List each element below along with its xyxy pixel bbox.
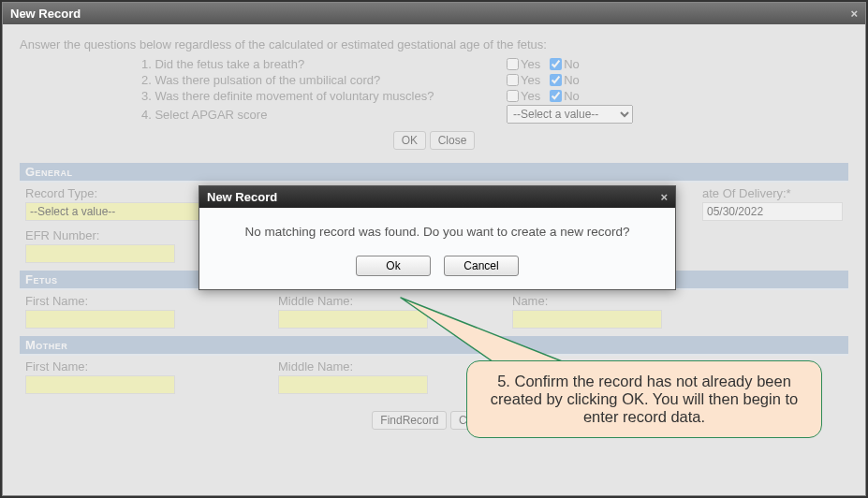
question-1-text: 1. Did the fetus take a breath? [141,57,507,71]
modal-button-row: Ok Cancel [228,256,647,276]
q2-no-option[interactable]: No [550,73,580,87]
q3-yes-option[interactable]: Yes [507,89,540,103]
record-type-input[interactable] [25,202,203,221]
record-type-cell: Record Type: [25,186,203,221]
modal-close-icon[interactable]: × [660,190,668,204]
q2-no-label: No [564,73,580,87]
fetus-middle-name-label: Middle Name: [278,294,428,308]
apgar-label: 4. Select APGAR score [141,108,507,122]
q1-yes-checkbox[interactable] [507,58,519,70]
fetus-last-name-label: Name: [512,294,662,308]
fetus-first-name-cell: First Name: [25,294,175,329]
date-of-delivery-label: ate Of Delivery:* [702,186,843,200]
confirm-modal: New Record × No matching record was foun… [199,185,676,290]
modal-body: No matching record was found. Do you wan… [199,208,675,289]
date-of-delivery-input[interactable] [702,202,843,221]
mother-first-name-label: First Name: [25,359,175,374]
fetus-middle-name-input[interactable] [278,310,428,329]
q3-yes-label: Yes [521,89,540,103]
close-button[interactable]: Close [430,131,476,150]
close-icon[interactable]: × [850,7,858,21]
question-3-text: 3. Was there definite movement of volunt… [141,89,507,103]
fetus-last-name-cell: Name: [512,294,662,329]
date-of-delivery-cell: ate Of Delivery:* [702,186,843,221]
modal-cancel-button[interactable]: Cancel [444,256,519,276]
question-3-row: 3. Was there definite movement of volunt… [141,89,848,103]
modal-titlebar: New Record × [199,186,675,208]
modal-title: New Record [207,190,277,204]
fetus-middle-name-cell: Middle Name: [278,294,428,329]
general-section-header: General [20,163,848,183]
questions-block: 1. Did the fetus take a breath? Yes No 2… [141,57,848,124]
q1-yes-option[interactable]: Yes [507,57,540,71]
apgar-select[interactable]: --Select a value-- [507,105,633,124]
q3-yes-checkbox[interactable] [507,90,519,102]
apgar-row: 4. Select APGAR score --Select a value-- [141,105,848,124]
q2-yes-option[interactable]: Yes [507,73,540,87]
mother-first-name-cell: First Name: [25,359,175,394]
instruction-callout: 5. Confirm the record has not already be… [466,360,822,438]
q1-no-label: No [564,57,580,71]
q2-no-checkbox[interactable] [550,74,562,86]
ok-button[interactable]: OK [393,131,426,150]
modal-ok-button[interactable]: Ok [356,256,431,276]
question-1-row: 1. Did the fetus take a breath? Yes No [141,57,848,71]
q3-no-label: No [564,89,580,103]
q3-no-checkbox[interactable] [550,90,562,102]
findrecord-button[interactable]: FindRecord [372,411,447,430]
mother-middle-name-label: Middle Name: [278,359,428,374]
fetus-last-name-input[interactable] [512,310,662,329]
q1-no-option[interactable]: No [550,57,580,71]
modal-message: No matching record was found. Do you wan… [228,225,647,239]
q2-yes-checkbox[interactable] [507,74,519,86]
efr-input[interactable] [25,244,175,263]
record-type-label: Record Type: [25,186,203,200]
mid-button-row: OK Close [20,131,848,150]
mother-first-name-input[interactable] [25,375,175,394]
fetus-first-name-input[interactable] [25,310,175,329]
question-2-text: 2. Was there pulsation of the umbilical … [141,73,507,87]
efr-cell: EFR Number: [25,228,175,263]
q1-no-checkbox[interactable] [550,58,562,70]
instruction-text: Answer the questions below regardless of… [20,37,848,51]
question-2-row: 2. Was there pulsation of the umbilical … [141,73,848,87]
q3-no-option[interactable]: No [550,89,580,103]
fetus-first-name-label: First Name: [25,294,175,308]
callout-text: 5. Confirm the record has not already be… [491,373,798,425]
efr-label: EFR Number: [25,228,175,242]
mother-middle-name-input[interactable] [278,375,428,394]
q2-yes-label: Yes [521,73,540,87]
fetus-row: First Name: Middle Name: Name: [20,290,848,336]
q1-yes-label: Yes [521,57,540,71]
mother-middle-name-cell: Middle Name: [278,359,428,394]
window-titlebar: New Record × [3,3,865,24]
mother-section-header: Mother [20,336,848,356]
window-title: New Record [10,7,81,21]
